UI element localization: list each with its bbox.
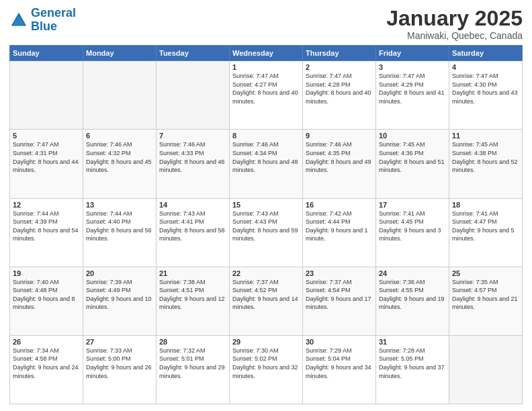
day-info: Sunrise: 7:46 AMSunset: 4:32 PMDaylight:… [86, 140, 153, 174]
day-info: Sunrise: 7:47 AMSunset: 4:30 PMDaylight:… [452, 72, 519, 105]
day-cell-6: 6Sunrise: 7:46 AMSunset: 4:32 PMDaylight… [83, 130, 157, 198]
day-info: Sunrise: 7:46 AMSunset: 4:33 PMDaylight:… [159, 140, 226, 174]
day-info: Sunrise: 7:28 AMSunset: 5:05 PMDaylight:… [379, 347, 446, 380]
day-cell-10: 10Sunrise: 7:45 AMSunset: 4:36 PMDayligh… [376, 130, 449, 198]
logo-icon [9, 11, 28, 30]
day-info: Sunrise: 7:36 AMSunset: 4:55 PMDaylight:… [379, 278, 446, 312]
day-cell-23: 23Sunrise: 7:37 AMSunset: 4:54 PMDayligh… [303, 267, 376, 335]
day-info: Sunrise: 7:44 AMSunset: 4:40 PMDaylight:… [86, 210, 153, 243]
logo-line1: General [31, 6, 76, 19]
day-info: Sunrise: 7:47 AMSunset: 4:29 PMDaylight:… [379, 72, 446, 105]
day-info: Sunrise: 7:29 AMSunset: 5:04 PMDaylight:… [306, 347, 373, 380]
title-area: January 2025 Maniwaki, Quebec, Canada [386, 7, 523, 41]
week-row-4: 19Sunrise: 7:40 AMSunset: 4:48 PMDayligh… [10, 267, 523, 335]
weekday-header-wednesday: Wednesday [230, 46, 303, 61]
day-info: Sunrise: 7:43 AMSunset: 4:43 PMDaylight:… [232, 210, 300, 243]
day-number: 23 [306, 269, 373, 277]
calendar-table: SundayMondayTuesdayWednesdayThursdayFrid… [9, 45, 523, 404]
day-number: 21 [159, 269, 226, 277]
day-cell-18: 18Sunrise: 7:41 AMSunset: 4:47 PMDayligh… [449, 198, 523, 267]
day-cell-2: 2Sunrise: 7:47 AMSunset: 4:28 PMDaylight… [303, 61, 376, 130]
day-cell-28: 28Sunrise: 7:32 AMSunset: 5:01 PMDayligh… [157, 335, 230, 404]
weekday-header-friday: Friday [376, 46, 449, 61]
day-number: 14 [159, 201, 226, 209]
day-number: 1 [232, 63, 300, 71]
day-info: Sunrise: 7:45 AMSunset: 4:38 PMDaylight:… [452, 140, 519, 174]
day-number: 15 [232, 201, 300, 209]
day-cell-8: 8Sunrise: 7:46 AMSunset: 4:34 PMDaylight… [230, 130, 303, 198]
day-info: Sunrise: 7:42 AMSunset: 4:44 PMDaylight:… [306, 210, 373, 243]
weekday-header-thursday: Thursday [303, 46, 376, 61]
day-number: 6 [86, 132, 153, 140]
day-info: Sunrise: 7:39 AMSunset: 4:49 PMDaylight:… [86, 278, 153, 312]
day-number: 27 [86, 338, 153, 346]
empty-cell [449, 335, 523, 404]
week-row-5: 26Sunrise: 7:34 AMSunset: 4:58 PMDayligh… [10, 335, 523, 404]
day-cell-19: 19Sunrise: 7:40 AMSunset: 4:48 PMDayligh… [10, 267, 83, 335]
day-info: Sunrise: 7:46 AMSunset: 4:35 PMDaylight:… [306, 140, 373, 174]
day-info: Sunrise: 7:41 AMSunset: 4:47 PMDaylight:… [452, 210, 519, 243]
day-info: Sunrise: 7:33 AMSunset: 5:00 PMDaylight:… [86, 347, 153, 380]
day-number: 17 [379, 201, 446, 209]
day-cell-24: 24Sunrise: 7:36 AMSunset: 4:55 PMDayligh… [376, 267, 449, 335]
day-number: 10 [379, 132, 446, 140]
weekday-header-row: SundayMondayTuesdayWednesdayThursdayFrid… [10, 46, 523, 61]
day-number: 7 [159, 132, 226, 140]
day-number: 24 [379, 269, 446, 277]
day-number: 22 [232, 269, 300, 277]
day-cell-26: 26Sunrise: 7:34 AMSunset: 4:58 PMDayligh… [10, 335, 83, 404]
day-number: 11 [452, 132, 519, 140]
day-number: 12 [13, 201, 80, 209]
day-cell-12: 12Sunrise: 7:44 AMSunset: 4:39 PMDayligh… [10, 198, 83, 267]
day-cell-31: 31Sunrise: 7:28 AMSunset: 5:05 PMDayligh… [376, 335, 449, 404]
logo: General Blue [9, 7, 76, 34]
day-cell-14: 14Sunrise: 7:43 AMSunset: 4:41 PMDayligh… [157, 198, 230, 267]
day-cell-4: 4Sunrise: 7:47 AMSunset: 4:30 PMDaylight… [449, 61, 523, 130]
weekday-header-monday: Monday [83, 46, 157, 61]
week-row-2: 5Sunrise: 7:47 AMSunset: 4:31 PMDaylight… [10, 130, 523, 198]
day-cell-13: 13Sunrise: 7:44 AMSunset: 4:40 PMDayligh… [83, 198, 157, 267]
day-number: 31 [379, 338, 446, 346]
empty-cell [83, 61, 157, 130]
day-number: 13 [86, 201, 153, 209]
day-cell-27: 27Sunrise: 7:33 AMSunset: 5:00 PMDayligh… [83, 335, 157, 404]
day-number: 19 [13, 269, 80, 277]
day-info: Sunrise: 7:47 AMSunset: 4:27 PMDaylight:… [232, 72, 300, 105]
day-info: Sunrise: 7:37 AMSunset: 4:54 PMDaylight:… [306, 278, 373, 312]
day-cell-25: 25Sunrise: 7:35 AMSunset: 4:57 PMDayligh… [449, 267, 523, 335]
day-cell-3: 3Sunrise: 7:47 AMSunset: 4:29 PMDaylight… [376, 61, 449, 130]
day-number: 9 [306, 132, 373, 140]
day-info: Sunrise: 7:30 AMSunset: 5:02 PMDaylight:… [232, 347, 300, 380]
day-info: Sunrise: 7:37 AMSunset: 4:52 PMDaylight:… [232, 278, 300, 312]
weekday-header-tuesday: Tuesday [157, 46, 230, 61]
calendar-subtitle: Maniwaki, Quebec, Canada [386, 30, 523, 41]
day-cell-7: 7Sunrise: 7:46 AMSunset: 4:33 PMDaylight… [157, 130, 230, 198]
day-number: 8 [232, 132, 300, 140]
day-number: 29 [232, 338, 300, 346]
logo-text: General Blue [31, 7, 76, 34]
day-cell-16: 16Sunrise: 7:42 AMSunset: 4:44 PMDayligh… [303, 198, 376, 267]
day-number: 2 [306, 63, 373, 71]
day-info: Sunrise: 7:46 AMSunset: 4:34 PMDaylight:… [232, 140, 300, 174]
day-cell-29: 29Sunrise: 7:30 AMSunset: 5:02 PMDayligh… [230, 335, 303, 404]
day-cell-1: 1Sunrise: 7:47 AMSunset: 4:27 PMDaylight… [230, 61, 303, 130]
day-info: Sunrise: 7:45 AMSunset: 4:36 PMDaylight:… [379, 140, 446, 174]
day-cell-21: 21Sunrise: 7:38 AMSunset: 4:51 PMDayligh… [157, 267, 230, 335]
day-number: 18 [452, 201, 519, 209]
day-number: 3 [379, 63, 446, 71]
page-header: General Blue January 2025 Maniwaki, Queb… [9, 7, 523, 41]
day-cell-20: 20Sunrise: 7:39 AMSunset: 4:49 PMDayligh… [83, 267, 157, 335]
day-info: Sunrise: 7:43 AMSunset: 4:41 PMDaylight:… [159, 210, 226, 243]
weekday-header-sunday: Sunday [10, 46, 83, 61]
empty-cell [10, 61, 83, 130]
day-cell-9: 9Sunrise: 7:46 AMSunset: 4:35 PMDaylight… [303, 130, 376, 198]
day-info: Sunrise: 7:47 AMSunset: 4:28 PMDaylight:… [306, 72, 373, 105]
day-number: 5 [13, 132, 80, 140]
day-info: Sunrise: 7:41 AMSunset: 4:45 PMDaylight:… [379, 210, 446, 243]
day-cell-17: 17Sunrise: 7:41 AMSunset: 4:45 PMDayligh… [376, 198, 449, 267]
day-number: 16 [306, 201, 373, 209]
week-row-1: 1Sunrise: 7:47 AMSunset: 4:27 PMDaylight… [10, 61, 523, 130]
day-cell-30: 30Sunrise: 7:29 AMSunset: 5:04 PMDayligh… [303, 335, 376, 404]
day-number: 26 [13, 338, 80, 346]
day-number: 25 [452, 269, 519, 277]
